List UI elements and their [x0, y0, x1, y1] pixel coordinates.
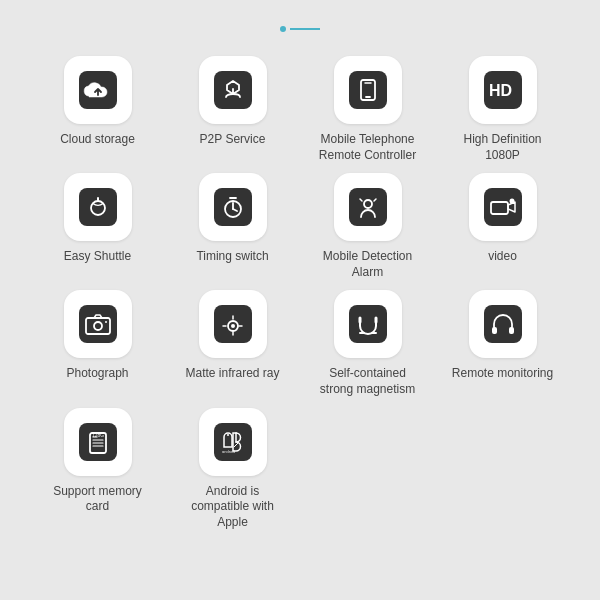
matte-infrared-label: Matte infrared ray	[185, 366, 279, 382]
header-decoration	[280, 26, 320, 32]
timing-switch-icon	[199, 173, 267, 241]
svg-rect-8	[79, 188, 117, 226]
remote-monitoring-label: Remote monitoring	[452, 366, 553, 382]
svg-point-16	[509, 199, 514, 204]
feature-mobile-detection: Mobile Detection Alarm	[303, 173, 433, 280]
android-apple-icon: android	[199, 408, 267, 476]
feature-self-contained: Self-contained strong magnetism	[303, 290, 433, 397]
video-label: video	[488, 249, 517, 265]
svg-text:128G: 128G	[92, 432, 104, 438]
feature-p2p-service: P2P Service	[168, 56, 298, 163]
easy-shuttle-icon	[64, 173, 132, 241]
easy-shuttle-label: Easy Shuttle	[64, 249, 131, 265]
mobile-telephone-icon	[334, 56, 402, 124]
feature-video: video	[438, 173, 568, 280]
photograph-label: Photograph	[66, 366, 128, 382]
high-definition-icon: HD	[469, 56, 537, 124]
matte-infrared-icon	[199, 290, 267, 358]
feature-mobile-telephone: Mobile Telephone Remote Controller	[303, 56, 433, 163]
photograph-icon	[64, 290, 132, 358]
svg-rect-30	[492, 327, 497, 334]
cloud-storage-label: Cloud storage	[60, 132, 135, 148]
svg-rect-24	[349, 305, 387, 343]
svg-rect-2	[349, 71, 387, 109]
memory-card-icon: 128G	[64, 408, 132, 476]
feature-memory-card: 128G Support memory card	[33, 408, 163, 531]
svg-point-23	[231, 324, 235, 328]
feature-easy-shuttle: Easy Shuttle	[33, 173, 163, 280]
mobile-detection-label: Mobile Detection Alarm	[313, 249, 423, 280]
svg-rect-14	[484, 188, 522, 226]
svg-rect-29	[484, 305, 522, 343]
features-grid: Cloud storage P2P Service Mobile Telepho…	[33, 56, 568, 530]
timing-switch-label: Timing switch	[196, 249, 268, 265]
memory-card-label: Support memory card	[43, 484, 153, 515]
cloud-storage-icon	[64, 56, 132, 124]
mobile-detection-icon	[334, 173, 402, 241]
header-bar	[290, 28, 320, 30]
self-contained-label: Self-contained strong magnetism	[313, 366, 423, 397]
svg-rect-32	[79, 423, 117, 461]
header-dot	[280, 26, 286, 32]
p2p-service-label: P2P Service	[200, 132, 266, 148]
self-contained-icon	[334, 290, 402, 358]
feature-remote-monitoring: Remote monitoring	[438, 290, 568, 397]
svg-point-20	[105, 321, 107, 323]
remote-monitoring-icon	[469, 290, 537, 358]
high-definition-label: High Definition 1080P	[448, 132, 558, 163]
svg-rect-17	[79, 305, 117, 343]
feature-matte-infrared: Matte infrared ray	[168, 290, 298, 397]
feature-cloud-storage: Cloud storage	[33, 56, 163, 163]
p2p-service-icon	[199, 56, 267, 124]
feature-high-definition: HD High Definition 1080P	[438, 56, 568, 163]
svg-text:HD: HD	[489, 82, 512, 99]
svg-rect-31	[509, 327, 514, 334]
svg-rect-12	[349, 188, 387, 226]
feature-photograph: Photograph	[33, 290, 163, 397]
video-icon	[469, 173, 537, 241]
svg-text:android: android	[222, 449, 235, 454]
feature-timing-switch: Timing switch	[168, 173, 298, 280]
android-apple-label: Android is compatible with Apple	[178, 484, 288, 531]
page-header	[280, 20, 320, 48]
svg-point-36	[227, 434, 229, 436]
mobile-telephone-label: Mobile Telephone Remote Controller	[313, 132, 423, 163]
feature-android-apple: android Android is compatible with Apple	[168, 408, 298, 531]
